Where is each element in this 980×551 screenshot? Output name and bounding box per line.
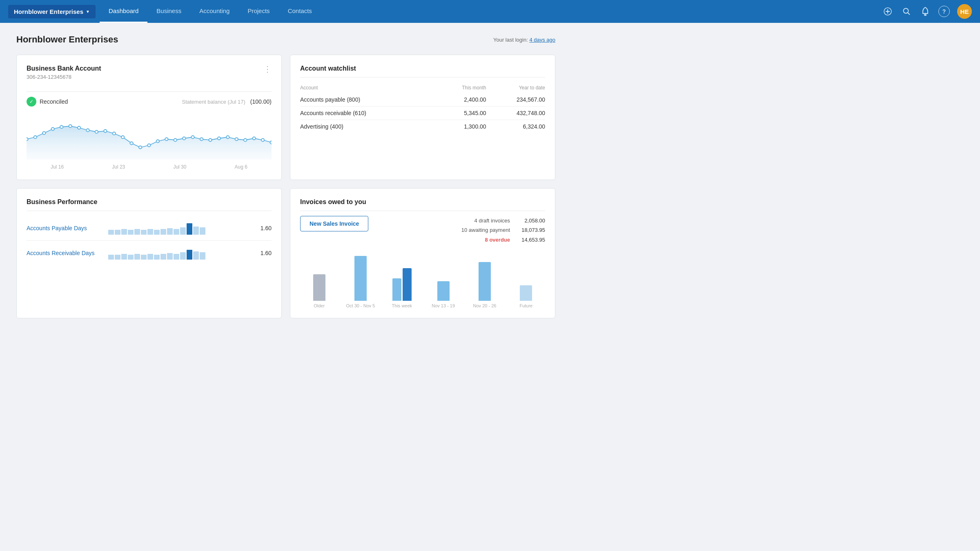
statement-label: Statement balance (Jul 17) bbox=[182, 99, 245, 105]
bank-title-area: Business Bank Account 306-234-12345678 bbox=[27, 65, 101, 87]
add-icon[interactable] bbox=[882, 6, 893, 17]
main-content: Hornblower Enterprises Your last login: … bbox=[0, 23, 572, 330]
reconciled-icon: ✓ bbox=[27, 97, 36, 107]
inv-bar-future bbox=[520, 285, 532, 301]
stat-label-draft: 4 draft invoices bbox=[474, 216, 510, 225]
perf-bar bbox=[200, 227, 205, 235]
performance-row-payable: Accounts Payable Days bbox=[27, 216, 272, 241]
watchlist-account-0: Accounts payable (800) bbox=[300, 93, 436, 107]
inv-bar-group-future: Future bbox=[507, 256, 545, 308]
perf-bar-highlight bbox=[187, 250, 192, 260]
perf-label-receivable[interactable]: Accounts Receivable Days bbox=[27, 250, 100, 256]
nav-link-business[interactable]: Business bbox=[147, 0, 190, 23]
nav-link-contacts[interactable]: Contacts bbox=[279, 0, 321, 23]
stat-label-awaiting: 10 awaiting payment bbox=[461, 225, 510, 235]
nav-brand[interactable]: Hornblower Enterprises ▼ bbox=[8, 5, 96, 18]
svg-point-26 bbox=[191, 136, 194, 139]
perf-bar bbox=[147, 254, 153, 260]
svg-point-33 bbox=[252, 137, 256, 140]
watchlist-this-month-1: 5,345.00 bbox=[436, 107, 486, 120]
reconciled-row: ✓ Reconciled Statement balance (Jul 17) … bbox=[27, 97, 272, 107]
bank-account-title: Business Bank Account bbox=[27, 65, 101, 72]
perf-bar bbox=[174, 229, 179, 235]
svg-line-4 bbox=[908, 13, 910, 15]
perf-bar bbox=[108, 255, 114, 260]
stat-val-draft: 2,058.00 bbox=[517, 216, 545, 225]
nav-brand-label: Hornblower Enterprises bbox=[14, 8, 83, 15]
notification-icon[interactable] bbox=[920, 6, 931, 17]
page-title: Hornblower Enterprises bbox=[16, 34, 118, 45]
perf-bar bbox=[174, 254, 179, 260]
watchlist-ytd-1: 432,748.00 bbox=[486, 107, 545, 120]
perf-label-payable[interactable]: Accounts Payable Days bbox=[27, 225, 100, 231]
bank-chart bbox=[27, 111, 272, 161]
perf-bar bbox=[141, 255, 147, 260]
inv-bar-label-nov13: Nov 13 - 19 bbox=[432, 303, 455, 308]
nav-link-accounting[interactable]: Accounting bbox=[190, 0, 238, 23]
svg-point-13 bbox=[78, 127, 81, 129]
watchlist-card: Account watchlist Account This month Yea… bbox=[290, 55, 555, 180]
inv-bar-label-oct: Oct 30 - Nov 5 bbox=[346, 303, 375, 308]
chart-label-3: Jul 30 bbox=[173, 164, 186, 170]
perf-bars-payable bbox=[108, 222, 247, 235]
bank-account-card: Business Bank Account 306-234-12345678 ⋮… bbox=[16, 55, 282, 180]
balance-amount: (100.00) bbox=[250, 98, 272, 105]
invoice-chart: Older Oct 30 - Nov 5 This week bbox=[300, 251, 545, 308]
watchlist-ytd-0: 234,567.00 bbox=[486, 93, 545, 107]
invoices-title: Invoices owed to you bbox=[300, 198, 545, 206]
perf-bar bbox=[115, 230, 120, 235]
perf-bar bbox=[167, 253, 173, 260]
help-icon[interactable]: ? bbox=[938, 6, 950, 17]
perf-value-receivable: 1.60 bbox=[255, 250, 272, 256]
svg-point-10 bbox=[51, 128, 54, 131]
svg-point-17 bbox=[113, 132, 116, 135]
svg-point-29 bbox=[218, 137, 221, 140]
avatar[interactable]: HE bbox=[957, 4, 972, 19]
perf-bar bbox=[134, 254, 140, 260]
invoices-top: New Sales Invoice 4 draft invoices 2,058… bbox=[300, 216, 545, 244]
svg-point-23 bbox=[165, 138, 168, 141]
watchlist-ytd-2: 6,324.00 bbox=[486, 120, 545, 133]
svg-point-15 bbox=[95, 131, 98, 133]
watchlist-title: Account watchlist bbox=[300, 65, 545, 72]
last-login: Your last login: 4 days ago bbox=[493, 37, 555, 43]
nav-link-projects[interactable]: Projects bbox=[238, 0, 278, 23]
svg-point-7 bbox=[27, 138, 28, 141]
search-icon[interactable] bbox=[901, 6, 912, 17]
inv-bar-older bbox=[313, 274, 325, 301]
last-login-link[interactable]: 4 days ago bbox=[529, 37, 555, 43]
perf-bar bbox=[193, 251, 199, 260]
chart-label-2: Jul 23 bbox=[112, 164, 125, 170]
top-nav: Hornblower Enterprises ▼ Dashboard Busin… bbox=[0, 0, 980, 23]
svg-point-35 bbox=[270, 141, 272, 144]
nav-actions: ? HE bbox=[882, 4, 972, 19]
new-sales-invoice-button[interactable]: New Sales Invoice bbox=[300, 216, 368, 231]
perf-bar bbox=[200, 252, 205, 260]
watchlist-this-month-2: 1,300.00 bbox=[436, 120, 486, 133]
svg-point-34 bbox=[261, 139, 265, 142]
svg-point-27 bbox=[200, 138, 203, 141]
invoice-stats: 4 draft invoices 2,058.00 10 awaiting pa… bbox=[461, 216, 545, 244]
inv-bar-label-nov20: Nov 20 - 26 bbox=[473, 303, 497, 308]
svg-point-21 bbox=[147, 144, 151, 147]
svg-point-24 bbox=[174, 139, 177, 142]
perf-bar bbox=[115, 255, 120, 260]
svg-point-16 bbox=[104, 130, 107, 133]
performance-row-receivable: Accounts Receivable Days bbox=[27, 241, 272, 265]
nav-link-dashboard[interactable]: Dashboard bbox=[100, 0, 147, 23]
svg-point-31 bbox=[235, 138, 238, 141]
nav-brand-chevron: ▼ bbox=[86, 9, 90, 14]
perf-bar bbox=[193, 227, 199, 235]
watchlist-col-this-month: This month bbox=[436, 82, 486, 93]
reconciled-label: Reconciled bbox=[40, 98, 68, 105]
performance-title: Business Performance bbox=[27, 198, 272, 206]
chart-labels: Jul 16 Jul 23 Jul 30 Aug 6 bbox=[27, 164, 272, 170]
perf-bar bbox=[154, 230, 160, 235]
inv-bar-group-nov20: Nov 20 - 26 bbox=[466, 256, 503, 308]
watchlist-col-ytd: Year to date bbox=[486, 82, 545, 93]
bank-menu-icon[interactable]: ⋮ bbox=[263, 65, 272, 73]
inv-bar-label-future: Future bbox=[519, 303, 532, 308]
stat-label-overdue: 8 overdue bbox=[485, 235, 510, 244]
stat-row-awaiting: 10 awaiting payment 18,073.95 bbox=[461, 225, 545, 235]
perf-bar bbox=[160, 229, 166, 235]
